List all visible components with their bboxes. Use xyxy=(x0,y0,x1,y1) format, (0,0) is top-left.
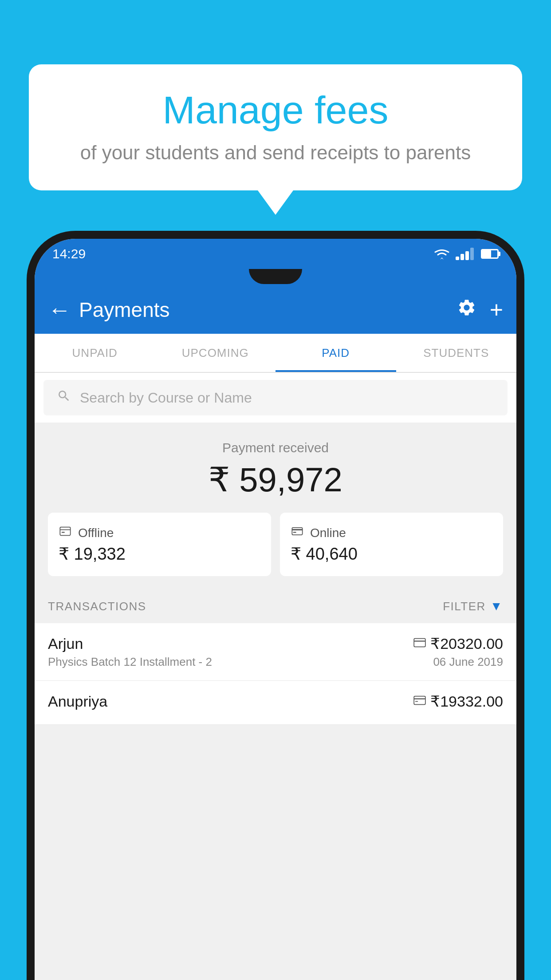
status-time: 14:29 xyxy=(52,246,433,261)
table-row[interactable]: Anupriya ₹19332.00 xyxy=(35,681,516,725)
speech-bubble-subtitle: of your students and send receipts to pa… xyxy=(55,142,496,164)
phone-shell: 14:29 xyxy=(27,231,524,980)
tab-unpaid[interactable]: UNPAID xyxy=(35,334,155,372)
payment-summary: Payment received ₹ 59,972 Offline xyxy=(35,423,516,589)
svg-rect-8 xyxy=(414,696,425,704)
tab-upcoming[interactable]: UPCOMING xyxy=(155,334,276,372)
notch-area xyxy=(35,269,516,286)
phone-screen: 14:29 xyxy=(35,239,516,980)
tab-paid[interactable]: PAID xyxy=(276,334,396,372)
offline-card-svg xyxy=(413,695,426,705)
online-label: Online xyxy=(310,526,346,540)
svg-rect-0 xyxy=(60,527,70,536)
wifi-icon xyxy=(433,248,450,260)
transaction-amount-row-2: ₹19332.00 xyxy=(413,692,503,710)
payment-cards: Offline ₹ 19,332 Onlin xyxy=(48,513,503,576)
online-amount: ₹ 40,640 xyxy=(291,544,492,564)
back-button[interactable]: ← xyxy=(48,298,71,321)
transaction-amount-row: ₹20320.00 xyxy=(413,635,503,652)
speech-bubble: Manage fees of your students and send re… xyxy=(29,64,522,190)
search-svg xyxy=(57,389,71,403)
status-bar: 14:29 xyxy=(35,239,516,269)
app-title: Payments xyxy=(79,298,457,322)
settings-icon[interactable] xyxy=(457,298,476,322)
offline-payment-card: Offline ₹ 19,332 xyxy=(48,513,271,576)
offline-label: Offline xyxy=(78,526,114,540)
table-row[interactable]: Arjun ₹20320.00 Physics Batch 12 Install… xyxy=(35,623,516,681)
online-payment-card: Online ₹ 40,640 xyxy=(280,513,503,576)
app-bar-actions: + xyxy=(457,296,503,323)
offline-icon xyxy=(59,525,72,541)
card-icon xyxy=(413,637,426,651)
online-card-header: Online xyxy=(291,525,492,541)
transaction-name: Arjun xyxy=(48,635,83,652)
status-icons xyxy=(433,248,499,260)
app-bar: ← Payments + xyxy=(35,286,516,334)
offline-amount: ₹ 19,332 xyxy=(59,544,260,564)
speech-bubble-wrapper: Manage fees of your students and send re… xyxy=(29,64,522,215)
battery-icon xyxy=(481,249,499,259)
transaction-row-top: Arjun ₹20320.00 xyxy=(48,635,503,652)
search-input[interactable]: Search by Course or Name xyxy=(80,390,252,406)
svg-rect-6 xyxy=(414,638,425,647)
online-icon xyxy=(291,525,304,541)
offline-svg xyxy=(59,525,72,537)
tabs-bar: UNPAID UPCOMING PAID STUDENTS xyxy=(35,334,516,373)
payment-received-label: Payment received xyxy=(48,440,503,455)
search-container: Search by Course or Name xyxy=(35,373,516,423)
transaction-amount: ₹20320.00 xyxy=(430,635,503,652)
speech-bubble-tail xyxy=(258,190,293,215)
offline-card-icon xyxy=(413,695,426,708)
filter-button[interactable]: FILTER ▼ xyxy=(443,599,503,613)
transaction-row-top-2: Anupriya ₹19332.00 xyxy=(48,692,503,710)
transaction-date: 06 June 2019 xyxy=(433,655,503,669)
online-svg xyxy=(291,525,304,537)
payment-total-amount: ₹ 59,972 xyxy=(48,460,503,499)
transaction-name-2: Anupriya xyxy=(48,693,107,710)
signal-icon xyxy=(456,248,474,260)
speech-bubble-title: Manage fees xyxy=(55,89,496,132)
search-box[interactable]: Search by Course or Name xyxy=(43,380,508,415)
transaction-amount-2: ₹19332.00 xyxy=(430,692,503,710)
transaction-course: Physics Batch 12 Installment - 2 xyxy=(48,655,212,669)
filter-label: FILTER xyxy=(443,600,486,613)
card-svg xyxy=(413,638,426,648)
transactions-label: TRANSACTIONS xyxy=(48,600,146,613)
add-button[interactable]: + xyxy=(490,296,503,323)
tab-students[interactable]: STUDENTS xyxy=(396,334,517,372)
filter-icon: ▼ xyxy=(490,599,503,613)
svg-rect-3 xyxy=(292,528,302,535)
transaction-row-bottom: Physics Batch 12 Installment - 2 06 June… xyxy=(48,655,503,669)
notch xyxy=(249,269,302,284)
gear-svg xyxy=(457,298,476,317)
transactions-header: TRANSACTIONS FILTER ▼ xyxy=(35,589,516,623)
search-icon xyxy=(57,389,71,407)
offline-card-header: Offline xyxy=(59,525,260,541)
